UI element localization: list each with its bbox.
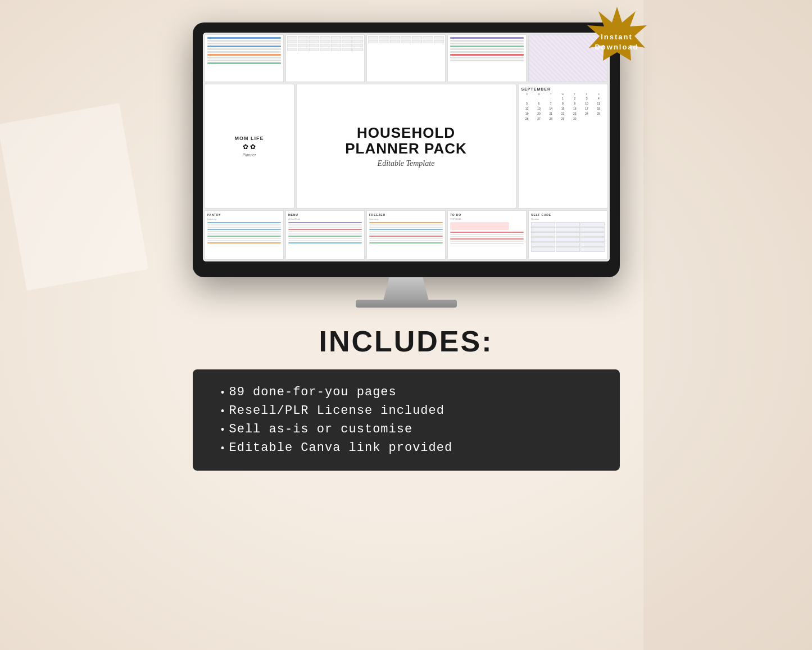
day-num: 13 (533, 106, 545, 111)
september-title: SEPTEMBER (521, 87, 605, 91)
day-num: 19 (521, 111, 533, 116)
selfcare-cell (531, 237, 555, 242)
pantry-line (207, 222, 281, 223)
selfcare-cell (531, 227, 555, 232)
bottom-cell-pantry: PANTRY Inventory (205, 210, 284, 260)
flower-icon: ✿ ✿ (243, 143, 256, 151)
freezer-line (369, 224, 443, 225)
mini-cell (342, 40, 352, 43)
bottom-cell-menu: MENU of the Week (285, 210, 365, 260)
day-num: 10 (581, 101, 592, 106)
day-num (521, 96, 533, 101)
includes-item-3: • Sell as-is or customise (221, 422, 592, 436)
selfcare-cell (556, 242, 580, 247)
pantry-line (207, 227, 281, 228)
includes-item-4: • Editable Canva link provided (221, 441, 592, 455)
line-gray-2 (207, 43, 281, 44)
mini-grid-2 (367, 35, 445, 44)
bullet-2: • (221, 405, 225, 417)
line-gray-6 (207, 60, 281, 61)
day-num: 30 (569, 116, 580, 121)
bullet-1: • (221, 387, 225, 398)
day-num: 23 (569, 111, 580, 116)
day-num: 8 (557, 101, 568, 106)
day-num: 28 (545, 116, 556, 121)
includes-text-2: Resell/PLR License included (229, 404, 444, 418)
editable-template-text: Editable Template (378, 159, 435, 168)
line-gray (450, 48, 524, 50)
mini-cell (287, 36, 297, 39)
pantry-line (207, 231, 281, 232)
badge-line2: Download (595, 43, 638, 51)
mini-cell (434, 36, 444, 39)
mini-cell (320, 48, 330, 51)
line-gray-3 (207, 48, 281, 50)
line-gray (450, 43, 524, 44)
todo-subtitle: TOP GOAL (450, 218, 524, 220)
pantry-title: PANTRY (207, 213, 281, 216)
menu-title: MENU (288, 213, 362, 216)
mini-cell (352, 40, 362, 43)
monitor-screen: MOM LIFE ✿ ✿ Planner HOUSEHOLD PLANNER P… (203, 33, 610, 261)
top-cell-2 (285, 34, 365, 82)
day-num: 3 (581, 96, 592, 101)
mini-cell (298, 48, 308, 51)
instant-download-badge: Instant Download (580, 6, 654, 79)
monitor-wrapper: Instant Download (193, 22, 620, 308)
selfcare-cell (580, 237, 605, 242)
middle-left-logo: MOM LIFE ✿ ✿ Planner (205, 84, 294, 209)
pantry-line (207, 238, 281, 239)
bullet-3: • (221, 424, 225, 435)
mini-cell (287, 44, 297, 47)
menu-subtitle: of the Week (288, 218, 362, 220)
freezer-line (369, 222, 443, 223)
screen-top-row (203, 33, 610, 84)
day-num: 25 (593, 111, 604, 116)
selfcare-subtitle: Routine (531, 218, 605, 220)
selfcare-cell (556, 247, 580, 252)
mini-cell (331, 48, 341, 51)
includes-box: • 89 done-for-you pages • Resell/PLR Lic… (193, 369, 620, 471)
todo-line (450, 232, 524, 233)
todo-lines (450, 232, 524, 244)
menu-line (288, 242, 362, 243)
todo-line (450, 241, 524, 242)
includes-text-4: Editable Canva link provided (229, 441, 453, 455)
freezer-subtitle: Inventory (369, 218, 443, 220)
mini-cell (298, 36, 308, 39)
mini-cell (342, 44, 352, 47)
selfcare-cell (580, 232, 605, 237)
selfcare-cell (556, 222, 580, 227)
pantry-line (207, 233, 281, 234)
todo-line (450, 236, 524, 237)
day-num: 4 (593, 96, 604, 101)
top-cell-4 (447, 34, 527, 82)
mini-grid-top (286, 35, 364, 52)
day-num: 24 (581, 111, 592, 116)
menu-line (288, 231, 362, 232)
menu-lines (288, 222, 362, 243)
line-green (207, 62, 281, 64)
mini-cell (379, 40, 389, 43)
day-num: 9 (569, 101, 580, 106)
freezer-line (369, 238, 443, 239)
bullet-4: • (221, 443, 225, 454)
line-orange (207, 54, 281, 56)
mini-cell (309, 40, 319, 43)
day-num: 27 (533, 116, 545, 121)
freezer-line (369, 231, 443, 232)
freezer-line (369, 233, 443, 234)
household-title: HOUSEHOLD (357, 125, 455, 141)
selfcare-cell (556, 232, 580, 237)
badge-line1: Instant (601, 33, 633, 41)
line-gray-4 (207, 51, 281, 53)
bottom-cell-selfcare: SELF CARE Routine (528, 210, 607, 260)
includes-text-3: Sell as-is or customise (229, 422, 413, 436)
line-red (450, 54, 524, 56)
mini-cell (287, 48, 297, 51)
day-num: 15 (557, 106, 568, 111)
includes-item-1: • 89 done-for-you pages (221, 385, 592, 399)
pantry-line (207, 242, 281, 243)
pantry-line (207, 229, 281, 230)
screen-bottom-row: PANTRY Inventory (203, 209, 610, 261)
